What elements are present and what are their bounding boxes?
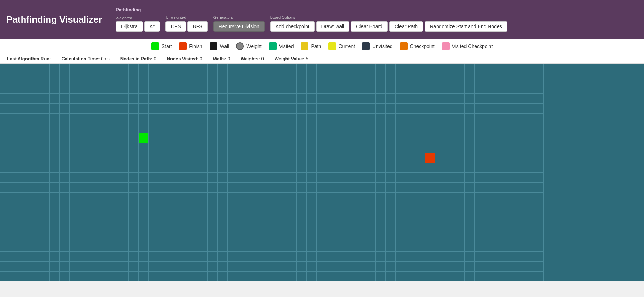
table-row[interactable]: [366, 242, 376, 252]
table-row[interactable]: [257, 193, 267, 202]
table-row[interactable]: [336, 133, 346, 143]
table-row[interactable]: [79, 94, 89, 104]
table-row[interactable]: [139, 64, 149, 74]
table-row[interactable]: [307, 94, 317, 104]
table-row[interactable]: [376, 173, 386, 183]
table-row[interactable]: [168, 202, 178, 212]
table-row[interactable]: [168, 212, 178, 222]
table-row[interactable]: [0, 272, 10, 281]
table-row[interactable]: [89, 202, 99, 212]
table-row[interactable]: [435, 183, 445, 193]
table-row[interactable]: [89, 173, 99, 183]
table-row[interactable]: [129, 133, 139, 143]
table-row[interactable]: [405, 104, 415, 114]
table-row[interactable]: [30, 222, 40, 232]
table-row[interactable]: [208, 262, 218, 272]
table-row[interactable]: [129, 212, 139, 222]
table-row[interactable]: [376, 202, 386, 212]
table-row[interactable]: [514, 153, 524, 163]
table-row[interactable]: [40, 262, 50, 272]
table-row[interactable]: [475, 183, 484, 193]
table-row[interactable]: [198, 114, 208, 123]
table-row[interactable]: [257, 272, 267, 281]
table-row[interactable]: [366, 64, 376, 74]
table-row[interactable]: [534, 153, 544, 163]
table-row[interactable]: [415, 64, 425, 74]
table-row[interactable]: [356, 133, 366, 143]
table-row[interactable]: [465, 163, 475, 173]
table-row[interactable]: [396, 153, 405, 163]
table-row[interactable]: [149, 143, 158, 153]
table-row[interactable]: [109, 183, 119, 193]
table-row[interactable]: [346, 153, 356, 163]
table-row[interactable]: [336, 74, 346, 84]
table-row[interactable]: [0, 232, 10, 242]
table-row[interactable]: [277, 133, 287, 143]
table-row[interactable]: [346, 64, 356, 74]
table-row[interactable]: [356, 84, 366, 94]
table-row[interactable]: [287, 193, 297, 202]
table-row[interactable]: [475, 123, 484, 133]
table-row[interactable]: [109, 252, 119, 262]
table-row[interactable]: [20, 222, 30, 232]
table-row[interactable]: [396, 262, 405, 272]
table-row[interactable]: [405, 252, 415, 262]
table-row[interactable]: [376, 74, 386, 84]
table-row[interactable]: [445, 104, 455, 114]
table-row[interactable]: [237, 212, 247, 222]
table-row[interactable]: [524, 272, 534, 281]
table-row[interactable]: [455, 232, 465, 242]
table-row[interactable]: [218, 94, 228, 104]
table-row[interactable]: [257, 94, 267, 104]
table-row[interactable]: [465, 133, 475, 143]
table-row[interactable]: [158, 133, 168, 143]
table-row[interactable]: [119, 232, 129, 242]
table-row[interactable]: [317, 133, 326, 143]
table-row[interactable]: [484, 153, 494, 163]
table-row[interactable]: [425, 242, 435, 252]
table-row[interactable]: [89, 123, 99, 133]
table-row[interactable]: [228, 193, 237, 202]
table-row[interactable]: [524, 212, 534, 222]
table-row[interactable]: [336, 104, 346, 114]
table-row[interactable]: [99, 94, 109, 104]
table-row[interactable]: [277, 252, 287, 262]
table-row[interactable]: [376, 262, 386, 272]
table-row[interactable]: [178, 123, 188, 133]
table-row[interactable]: [70, 212, 79, 222]
table-row[interactable]: [396, 104, 405, 114]
table-row[interactable]: [208, 64, 218, 74]
table-row[interactable]: [494, 173, 504, 183]
table-row[interactable]: [129, 64, 139, 74]
table-row[interactable]: [20, 74, 30, 84]
table-row[interactable]: [445, 114, 455, 123]
table-row[interactable]: [415, 143, 425, 153]
table-row[interactable]: [534, 202, 544, 212]
table-row[interactable]: [386, 84, 396, 94]
table-row[interactable]: [475, 222, 484, 232]
table-row[interactable]: [228, 272, 237, 281]
table-row[interactable]: [228, 202, 237, 212]
table-row[interactable]: [149, 163, 158, 173]
table-row[interactable]: [129, 193, 139, 202]
table-row[interactable]: [435, 114, 445, 123]
table-row[interactable]: [346, 272, 356, 281]
table-row[interactable]: [79, 202, 89, 212]
table-row[interactable]: [119, 84, 129, 94]
table-row[interactable]: [445, 242, 455, 252]
table-row[interactable]: [119, 212, 129, 222]
table-row[interactable]: [247, 183, 257, 193]
table-row[interactable]: [208, 74, 218, 84]
table-row[interactable]: [514, 232, 524, 242]
table-row[interactable]: [277, 94, 287, 104]
table-row[interactable]: [30, 104, 40, 114]
table-row[interactable]: [504, 242, 514, 252]
table-row[interactable]: [267, 153, 277, 163]
table-row[interactable]: [30, 143, 40, 153]
table-row[interactable]: [40, 104, 50, 114]
table-row[interactable]: [10, 202, 20, 212]
table-row[interactable]: [247, 143, 257, 153]
table-row[interactable]: [198, 212, 208, 222]
table-row[interactable]: [60, 123, 70, 133]
table-row[interactable]: [415, 74, 425, 84]
